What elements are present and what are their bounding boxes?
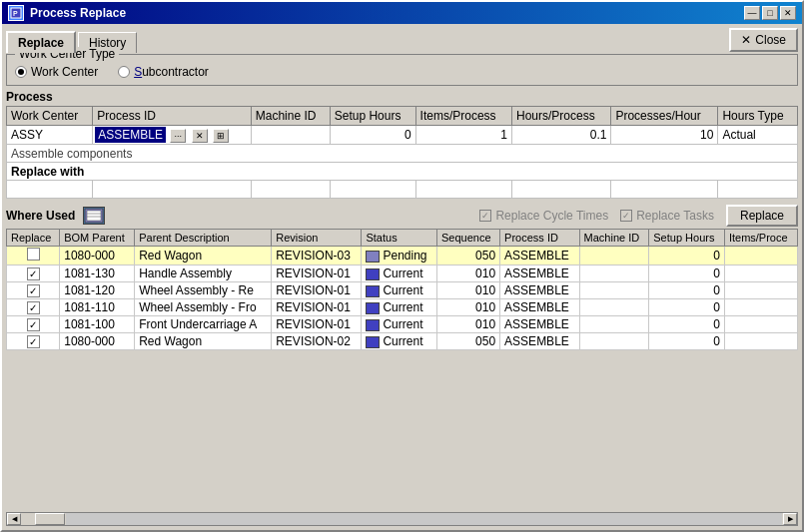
replace-cycle-times-text: Replace Cycle Times bbox=[495, 209, 608, 223]
status-icon bbox=[366, 268, 380, 280]
sequence-cell: 010 bbox=[436, 266, 499, 282]
status-icon bbox=[366, 302, 380, 314]
where-used-icon bbox=[83, 207, 105, 225]
scroll-right-button[interactable]: ▶ bbox=[783, 513, 797, 525]
radio-subcontractor-label: Subcontractor bbox=[134, 65, 209, 79]
replace-checkbox-cell[interactable]: ✓ bbox=[7, 266, 60, 282]
minimize-button[interactable]: — bbox=[744, 6, 760, 20]
col-setup-hours-header: Setup Hours bbox=[649, 230, 725, 247]
process-processes-hour[interactable]: 10 bbox=[611, 126, 718, 145]
table-row: ✓1081-100Front Undercarriage AREVISION-0… bbox=[7, 316, 798, 333]
replace-checkbox-cell[interactable] bbox=[7, 247, 60, 266]
process-id-cell: ASSEMBLE bbox=[500, 299, 579, 316]
tabs-bar: Replace History ✕ Close bbox=[6, 28, 798, 52]
items-proce-cell bbox=[724, 282, 797, 299]
col-processes-hour: Processes/Hour bbox=[611, 107, 718, 126]
col-sequence-header: Sequence bbox=[436, 230, 499, 247]
replace-work-center[interactable] bbox=[7, 181, 93, 199]
replace-checkbox-cell[interactable]: ✓ bbox=[7, 316, 60, 333]
process-work-center[interactable]: ASSY bbox=[7, 126, 93, 145]
machine-id-cell bbox=[579, 316, 649, 333]
parent-desc-cell: Front Undercarriage A bbox=[135, 316, 272, 333]
close-btn-area: ✕ Close bbox=[729, 28, 798, 52]
status-cell: Current bbox=[362, 333, 437, 350]
process-label: Process bbox=[6, 90, 798, 104]
clear-button[interactable]: ✕ bbox=[192, 129, 208, 143]
where-used-table: Replace BOM Parent Parent Description Re… bbox=[6, 229, 798, 350]
parent-desc-cell: Red Wagon bbox=[135, 333, 272, 350]
col-status-header: Status bbox=[362, 230, 437, 247]
items-proce-cell bbox=[724, 333, 797, 350]
setup-hours-cell: 0 bbox=[649, 299, 725, 316]
status-cell: Current bbox=[362, 299, 437, 316]
process-hours-type[interactable]: Actual bbox=[718, 126, 798, 145]
revision-cell: REVISION-03 bbox=[272, 247, 362, 266]
radio-subcontractor[interactable]: Subcontractor bbox=[118, 65, 209, 79]
row-checkbox[interactable]: ✓ bbox=[27, 284, 40, 297]
parent-desc-cell: Red Wagon bbox=[135, 247, 272, 266]
lookup-button[interactable]: ⊞ bbox=[213, 129, 229, 143]
status-icon bbox=[366, 251, 380, 263]
replace-hours-type[interactable] bbox=[718, 181, 798, 199]
sequence-cell: 010 bbox=[436, 299, 499, 316]
row-checkbox[interactable] bbox=[27, 248, 40, 261]
replace-setup-hours[interactable] bbox=[330, 181, 415, 199]
process-id-cell: ASSEMBLE bbox=[500, 316, 579, 333]
row-checkbox[interactable]: ✓ bbox=[27, 267, 40, 280]
status-text: Current bbox=[383, 317, 422, 331]
radio-group: Work Center Subcontractor bbox=[15, 63, 789, 81]
replace-button[interactable]: Replace bbox=[726, 205, 798, 227]
table-row: ✓1081-110Wheel Assembly - FroREVISION-01… bbox=[7, 299, 798, 316]
radio-subcontractor-circle bbox=[118, 66, 130, 78]
machine-id-cell bbox=[579, 299, 649, 316]
status-icon bbox=[366, 285, 380, 297]
process-machine-id[interactable] bbox=[251, 126, 330, 145]
revision-cell: REVISION-01 bbox=[272, 316, 362, 333]
radio-work-center-label: Work Center bbox=[31, 65, 98, 79]
col-work-center: Work Center bbox=[7, 107, 93, 126]
row-checkbox[interactable]: ✓ bbox=[27, 335, 40, 348]
items-proce-cell bbox=[724, 266, 797, 282]
status-text: Current bbox=[383, 300, 422, 314]
col-items-process: Items/Process bbox=[415, 107, 511, 126]
replace-processes-hour[interactable] bbox=[611, 181, 718, 199]
table-row: ✓1081-120Wheel Assembly - ReREVISION-01C… bbox=[7, 282, 798, 299]
replace-hours-process[interactable] bbox=[511, 181, 610, 199]
where-used-tbody: 1080-000Red WagonREVISION-03Pending050AS… bbox=[7, 247, 798, 350]
process-setup-hours[interactable]: 0 bbox=[330, 126, 415, 145]
col-machine-id: Machine ID bbox=[251, 107, 330, 126]
replace-checkbox-cell[interactable]: ✓ bbox=[7, 299, 60, 316]
horizontal-scrollbar[interactable]: ◀ ▶ bbox=[6, 512, 798, 526]
ellipsis-button[interactable]: ··· bbox=[170, 129, 186, 143]
close-button[interactable]: ✕ Close bbox=[729, 28, 798, 52]
process-hours-process[interactable]: 0.1 bbox=[511, 126, 610, 145]
row-checkbox[interactable]: ✓ bbox=[27, 318, 40, 331]
window-close-button[interactable]: ✕ bbox=[780, 6, 796, 20]
where-used-header-row: Replace BOM Parent Parent Description Re… bbox=[7, 230, 798, 247]
process-items-process[interactable]: 1 bbox=[415, 126, 511, 145]
row-checkbox[interactable]: ✓ bbox=[27, 301, 40, 314]
replace-checkbox-cell[interactable]: ✓ bbox=[7, 282, 60, 299]
title-bar: P Process Replace — □ ✕ bbox=[2, 2, 802, 24]
radio-work-center[interactable]: Work Center bbox=[15, 65, 98, 79]
svg-rect-3 bbox=[87, 211, 101, 221]
replace-machine-id[interactable] bbox=[251, 181, 330, 199]
scrollbar-thumb[interactable] bbox=[35, 513, 65, 525]
col-setup-hours: Setup Hours bbox=[330, 107, 415, 126]
tab-replace[interactable]: Replace bbox=[6, 31, 76, 53]
status-text: Current bbox=[383, 334, 422, 348]
assemble-label: Assemble components bbox=[7, 145, 798, 163]
process-id-value[interactable]: ASSEMBLE bbox=[95, 127, 166, 143]
scroll-left-button[interactable]: ◀ bbox=[7, 513, 21, 525]
table-row: 1080-000Red WagonREVISION-03Pending050AS… bbox=[7, 247, 798, 266]
where-used-label: Where Used bbox=[6, 209, 75, 223]
maximize-button[interactable]: □ bbox=[762, 6, 778, 20]
replace-items-process[interactable] bbox=[415, 181, 511, 199]
bom-parent-cell: 1081-120 bbox=[60, 282, 135, 299]
setup-hours-cell: 0 bbox=[649, 316, 725, 333]
status-cell: Pending bbox=[362, 247, 437, 266]
replace-process-id[interactable] bbox=[93, 181, 251, 199]
replace-checkbox-cell[interactable]: ✓ bbox=[7, 333, 60, 350]
where-used-table-container: Replace BOM Parent Parent Description Re… bbox=[6, 229, 798, 512]
revision-cell: REVISION-01 bbox=[272, 266, 362, 282]
